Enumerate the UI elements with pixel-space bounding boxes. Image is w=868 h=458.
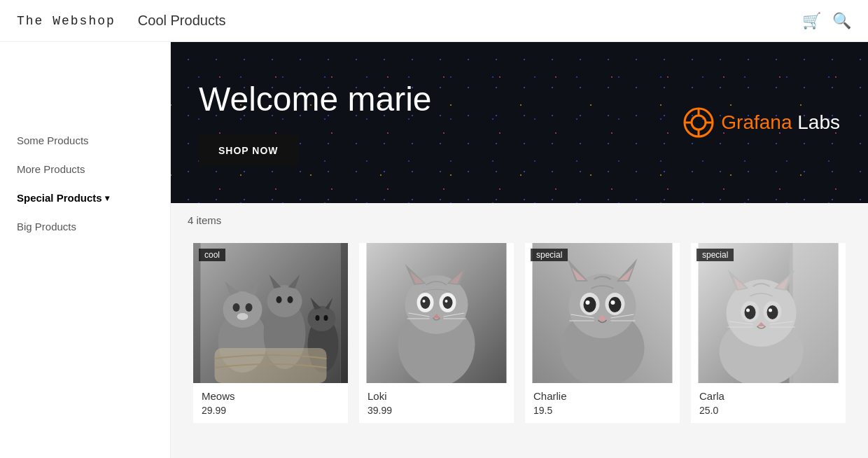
product-info-charlie: Charlie 19.5 [525,383,680,423]
banner-left: Welcome marie SHOP NOW [199,80,432,166]
product-card-charlie[interactable]: special Charlie 19.5 [525,243,680,423]
sidebar: Some Products More Products Special Prod… [0,42,171,458]
product-image-wrap-charlie: special [525,243,680,383]
svg-point-78 [769,309,772,312]
product-badge-carla: special [696,249,734,261]
svg-point-12 [233,303,240,312]
banner-welcome-text: Welcome marie [199,80,432,118]
sidebar-item-label: Big Products [17,221,76,233]
sidebar-item-special-products[interactable]: Special Products ▾ [17,183,153,212]
items-count: 4 items [171,203,868,237]
svg-point-25 [316,315,320,321]
product-card-meows[interactable]: cool Meows 29.99 [193,243,348,423]
banner-content: Welcome marie SHOP NOW Grafana Labs [171,57,868,188]
svg-point-57 [586,300,590,305]
product-name-charlie: Charlie [533,390,671,402]
product-card-carla[interactable]: special Carla 25.0 [691,243,846,423]
product-info-carla: Carla 25.0 [691,383,846,423]
product-card-loki[interactable]: Loki 39.99 [359,243,514,423]
product-name-meows: Meows [202,390,340,402]
svg-point-37 [421,296,430,309]
svg-point-39 [423,300,426,303]
product-price-carla: 25.0 [699,405,837,416]
header-left: The Webshop Cool Products [17,13,225,29]
svg-point-75 [745,305,756,319]
grafana-brand-suffix: Labs [792,111,841,133]
svg-point-55 [584,297,596,312]
grafana-brand-name: Grafana [721,111,792,133]
product-image-meows [193,243,348,383]
layout: Some Products More Products Special Prod… [0,42,868,458]
grafana-icon [682,106,715,139]
svg-point-16 [267,285,302,317]
product-image-charlie [525,243,680,383]
product-info-loki: Loki 39.99 [359,383,514,423]
grafana-logo: Grafana Labs [682,106,840,139]
svg-point-13 [246,303,253,312]
cart-icon[interactable]: 🛒 [802,12,821,30]
grafana-brand-text: Grafana Labs [721,111,840,134]
product-image-loki [359,243,514,383]
svg-point-14 [237,313,248,320]
product-price-charlie: 19.5 [533,405,671,416]
sidebar-item-label: Special Products [17,192,102,204]
sidebar-item-some-products[interactable]: Some Products [17,126,153,155]
sidebar-item-big-products[interactable]: Big Products [17,212,153,241]
svg-point-20 [288,296,293,303]
banner: Welcome marie SHOP NOW Grafana Labs [171,42,868,203]
logo[interactable]: The Webshop [17,14,115,28]
product-price-meows: 29.99 [202,405,340,416]
svg-point-76 [767,305,778,319]
svg-point-38 [443,296,453,309]
sidebar-item-more-products[interactable]: More Products [17,155,153,183]
product-image-carla [691,243,846,383]
svg-point-22 [308,306,336,331]
sidebar-item-label: More Products [17,163,85,175]
product-image-wrap: cool [193,243,348,383]
header: The Webshop Cool Products 🛒 🔍 [0,0,868,42]
products-grid: cool Meows 29.99 [171,237,868,445]
search-icon[interactable]: 🔍 [832,12,851,30]
svg-point-77 [746,309,750,312]
product-badge-meows: cool [199,249,225,261]
product-price-loki: 39.99 [368,405,505,416]
svg-point-26 [324,315,328,321]
product-name-carla: Carla [699,390,837,402]
product-info: Meows 29.99 [193,383,348,423]
product-name-loki: Loki [368,390,505,402]
chevron-down-icon: ▾ [105,193,109,203]
shop-now-button[interactable]: SHOP NOW [199,135,298,166]
main-content: Welcome marie SHOP NOW Grafana Labs [171,42,868,458]
svg-point-56 [609,297,622,312]
svg-point-58 [611,300,615,305]
sidebar-item-label: Some Products [17,134,89,146]
product-image-wrap-carla: special [691,243,846,383]
svg-point-9 [223,291,262,328]
svg-point-48 [569,274,636,338]
svg-point-19 [276,296,282,303]
active-category: Cool Products [138,13,226,29]
header-icons: 🛒 🔍 [802,12,851,30]
product-image-wrap-loki [359,243,514,383]
svg-point-1 [692,116,706,130]
svg-point-40 [445,300,448,303]
product-badge-charlie: special [531,249,568,261]
